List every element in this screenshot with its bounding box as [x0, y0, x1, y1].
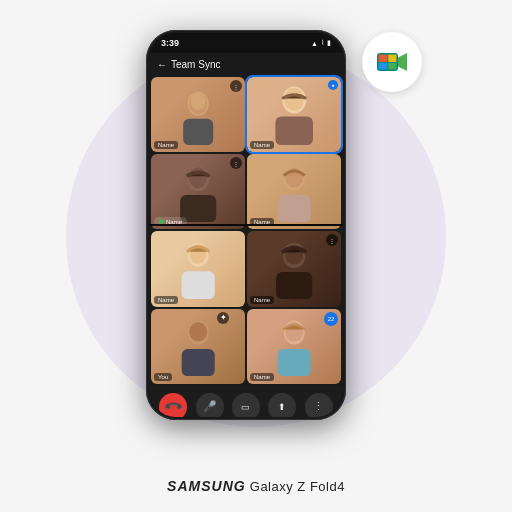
svg-rect-29 [277, 349, 310, 376]
controls-bar: 📞 🎤 ▭ ⬆ ⋮ [149, 386, 343, 417]
svg-rect-3 [388, 55, 396, 63]
svg-rect-11 [275, 116, 313, 145]
fold-line [149, 224, 343, 226]
cell-label-1: Name [154, 141, 178, 149]
status-bar: 3:39 ▲ ⌇ ▮ [149, 33, 343, 53]
camera-button[interactable]: ▭ [232, 393, 260, 417]
cell-menu-1[interactable]: ⋮ [230, 80, 242, 92]
cell-effects-you[interactable]: ✦ [217, 312, 229, 324]
cell-label-5: Name [154, 296, 178, 304]
status-time: 3:39 [161, 38, 179, 48]
signal-icon: ▲ [311, 40, 318, 47]
meet-icon-button[interactable] [362, 32, 422, 92]
samsung-brand: SAMSUNG [167, 478, 246, 494]
mute-button[interactable]: 🎤 [196, 393, 224, 417]
participant-cell-3[interactable]: Name ⋮ [151, 154, 245, 229]
svg-point-27 [189, 322, 207, 342]
participant-cell-1[interactable]: Name ⋮ [151, 77, 245, 152]
participant-cell-you[interactable]: You ✦ [151, 309, 245, 384]
phone-outer: 3:39 ▲ ⌇ ▮ ← Team Sync [146, 30, 346, 420]
share-icon: ⬆ [278, 402, 286, 412]
cell-notif-8: 22 [324, 312, 338, 326]
share-button[interactable]: ⬆ [268, 393, 296, 417]
video-grid: Name ⋮ Name [149, 75, 343, 386]
svg-rect-4 [379, 63, 388, 70]
device-label: SAMSUNG Galaxy Z Fold4 [167, 478, 345, 494]
svg-rect-17 [277, 195, 310, 222]
end-call-icon: 📞 [163, 396, 184, 417]
svg-marker-1 [398, 53, 407, 71]
svg-rect-20 [181, 271, 214, 299]
svg-point-15 [189, 167, 207, 188]
svg-rect-5 [388, 63, 396, 70]
more-options-button[interactable]: ⋮ [305, 393, 333, 417]
cell-notif-2: ● [328, 80, 338, 90]
svg-rect-2 [379, 55, 388, 63]
call-title: Team Sync [171, 59, 220, 70]
participant-cell-5[interactable]: Name [151, 231, 245, 306]
camera-icon: ▭ [241, 402, 250, 412]
battery-icon: ▮ [327, 39, 331, 47]
cell-label-8: Name [250, 373, 274, 381]
call-header: ← Team Sync [149, 53, 343, 75]
status-icons: ▲ ⌇ ▮ [311, 39, 331, 47]
participant-cell-4[interactable]: Name [247, 154, 341, 229]
wifi-icon: ⌇ [321, 39, 324, 47]
svg-rect-8 [183, 118, 213, 144]
back-button[interactable]: ← [157, 59, 167, 70]
device-model: Galaxy Z Fold4 [250, 479, 345, 494]
more-icon: ⋮ [313, 400, 324, 413]
cell-label-2: Name [250, 141, 274, 149]
mic-icon: 🎤 [203, 400, 217, 413]
participant-cell-8[interactable]: Name 22 [247, 309, 341, 384]
end-call-button[interactable]: 📞 [159, 393, 187, 417]
svg-point-12 [284, 88, 304, 111]
svg-rect-26 [181, 349, 214, 376]
participant-cell-6[interactable]: Name ⋮ [247, 231, 341, 306]
scene: 3:39 ▲ ⌇ ▮ ← Team Sync [0, 0, 512, 512]
svg-rect-23 [276, 272, 312, 299]
cell-label-6: Name [250, 296, 274, 304]
phone-device: 3:39 ▲ ⌇ ▮ ← Team Sync [146, 30, 346, 420]
svg-point-9 [190, 93, 205, 110]
participant-cell-2[interactable]: Name ● [247, 77, 341, 152]
cell-label-you: You [154, 373, 172, 381]
